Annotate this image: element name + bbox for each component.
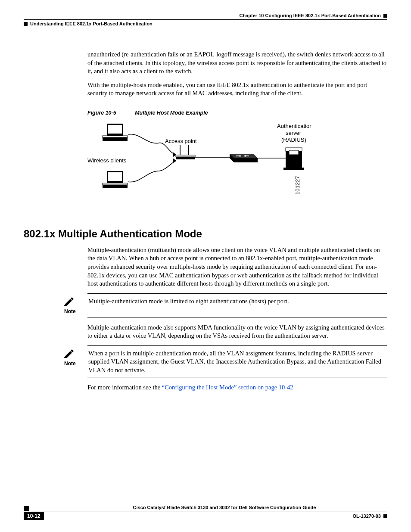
- body-block: Multiple-authentication (multiauth) mode…: [87, 246, 387, 288]
- figure-caption: Figure 10-5 Multiple Host Mode Example: [87, 110, 387, 116]
- header-marker-icon: [24, 22, 28, 26]
- note-text: Multiple-authentication mode is limited …: [88, 296, 387, 306]
- workstation-icon: [103, 171, 128, 188]
- header-section: Understanding IEEE 802.1x Port-Based Aut…: [30, 21, 153, 26]
- workstation-icon: [103, 124, 128, 141]
- footer-doc-title: Cisco Catalyst Blade Switch 3130 and 303…: [62, 503, 387, 511]
- switch-icon: [230, 154, 258, 162]
- label-access-point: Access point: [165, 138, 197, 144]
- note-pen-icon: [64, 297, 75, 308]
- note-text: When a port is in multiple-authenticatio…: [88, 348, 387, 375]
- wireless-link-icon: [128, 134, 176, 155]
- note-rule: [87, 377, 387, 377]
- header-rule: [24, 19, 387, 20]
- svg-marker-13: [230, 154, 258, 158]
- header-marker-icon: [383, 14, 387, 18]
- paragraph: unauthorized (re-authentication fails or…: [87, 50, 387, 76]
- page-footer: Cisco Catalyst Blade Switch 3130 and 303…: [24, 503, 387, 520]
- note-label: Note: [64, 308, 76, 314]
- label-wireless-clients: Wireless clients: [87, 157, 127, 164]
- svg-rect-18: [64, 305, 67, 306]
- body-block: Multiple-authentication mode also suppor…: [87, 324, 387, 340]
- svg-rect-3: [103, 136, 128, 137]
- label-auth-server: Authentication: [277, 123, 311, 129]
- text: For more information see the: [87, 384, 162, 391]
- svg-rect-19: [64, 357, 67, 358]
- svg-rect-1: [108, 125, 122, 134]
- footer-rule: [31, 511, 387, 511]
- figure-id: Figure 10-5: [87, 110, 116, 116]
- running-header: Chapter 10 Configuring IEEE 802.1x Port-…: [24, 13, 387, 26]
- svg-rect-11: [176, 155, 195, 157]
- paragraph: Multiple-authentication (multiauth) mode…: [87, 246, 387, 288]
- note-block: Note When a port is in multiple-authenti…: [63, 345, 387, 378]
- paragraph: Multiple-authentication mode also suppor…: [87, 324, 387, 340]
- footer-marker-icon: [383, 514, 387, 518]
- svg-rect-7: [103, 183, 128, 185]
- doc-id: OL-13270-03: [353, 513, 381, 519]
- note-block: Note Multiple-authentication mode is lim…: [63, 293, 387, 317]
- access-point-icon: [176, 145, 195, 159]
- paragraph: For more information see the “Configurin…: [87, 383, 387, 392]
- link-configuring-host-mode[interactable]: “Configuring the Host Mode” section on p…: [162, 384, 295, 391]
- body-block: For more information see the “Configurin…: [87, 383, 387, 392]
- svg-rect-17: [283, 168, 304, 170]
- figure-title: Multiple Host Mode Example: [135, 110, 208, 116]
- figure-diagram: Wireless clients Access point: [87, 119, 387, 207]
- label-auth-server: server: [286, 130, 302, 136]
- paragraph: With the multiple-hosts mode enabled, yo…: [87, 81, 387, 98]
- arrowhead-icon: [173, 158, 176, 163]
- wireless-link-icon: [128, 161, 176, 182]
- svg-rect-5: [108, 172, 122, 181]
- section-heading: 802.1x Multiple Authentication Mode: [24, 228, 387, 240]
- note-rule: [87, 317, 387, 317]
- server-icon: [283, 148, 304, 170]
- intro-block: unauthorized (re-authentication fails or…: [87, 50, 387, 98]
- page-number: 10-12: [24, 512, 44, 520]
- svg-rect-16: [289, 150, 299, 155]
- label-auth-server: (RADIUS): [281, 137, 306, 143]
- footer-marker-icon: [24, 506, 29, 511]
- note-label: Note: [64, 361, 76, 367]
- image-id: 101227: [294, 176, 301, 194]
- note-pen-icon: [64, 349, 75, 360]
- header-chapter: Chapter 10 Configuring IEEE 802.1x Port-…: [240, 13, 381, 18]
